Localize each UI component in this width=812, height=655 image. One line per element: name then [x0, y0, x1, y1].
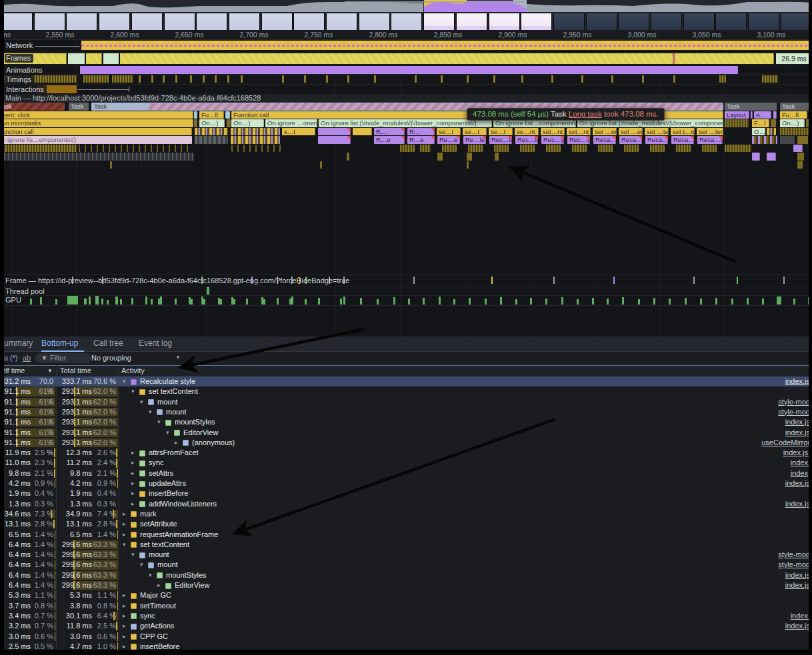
flame-segment-sliver[interactable]: [725, 145, 751, 153]
expander-closed-icon[interactable]: ▸: [123, 632, 126, 642]
filmstrip-thumbnail[interactable]: [229, 13, 260, 31]
flame-segment[interactable]: se…t: [437, 128, 461, 136]
frame-segment[interactable]: [68, 53, 85, 64]
flame-segment[interactable]: Task: [780, 103, 812, 111]
flame-segment-sliver[interactable]: [110, 161, 112, 169]
expander-open-icon[interactable]: ▾: [166, 428, 169, 438]
flame-segment-sliver[interactable]: [468, 145, 483, 153]
tooltip-long-task-link[interactable]: Long task: [569, 110, 602, 118]
flame-segment-sliver[interactable]: [773, 111, 777, 119]
flame-segment[interactable]: F…l: [752, 119, 769, 127]
col-self-time[interactable]: elf time: [1, 366, 25, 374]
flame-segment-sliver[interactable]: [797, 136, 808, 144]
flame-segment[interactable]: unction call: [0, 128, 192, 136]
table-row[interactable]: 3.4 ms0.7 %30.1 ms6.4 %▸syncindex.: [0, 611, 812, 621]
flame-segment[interactable]: A…: [754, 111, 771, 119]
main-thread-header[interactable]: Main — http://localhost:3000/projects/bd…: [0, 94, 812, 103]
filmstrip-thumbnail[interactable]: [715, 13, 747, 31]
flame-segment-sliver[interactable]: [467, 161, 469, 169]
animations-track-label[interactable]: Animations: [5, 66, 45, 75]
flame-segment-sliver[interactable]: [624, 145, 639, 153]
table-row[interactable]: 3.0 ms0.6 %3.0 ms0.6 %▸CPP GC: [0, 632, 812, 642]
table-row[interactable]: 291.1 ms61.6 %293.1 ms62.0 %▾set textCon…: [0, 386, 812, 396]
timings-track-label[interactable]: Timings: [5, 75, 34, 84]
flame-segment[interactable]: un microtasks: [0, 119, 193, 127]
timeline-minimap[interactable]: [0, 0, 812, 30]
flame-segment-sliver[interactable]: [195, 136, 228, 144]
source-link[interactable]: index.js: [785, 621, 810, 631]
flame-segment[interactable]: Rec…le: [515, 136, 538, 144]
flame-segment[interactable]: set …ent: [593, 128, 617, 136]
expander-closed-icon[interactable]: ▸: [157, 580, 161, 590]
expander-closed-icon[interactable]: ▸: [123, 611, 126, 621]
flame-segment-sliver[interactable]: [520, 145, 535, 153]
filmstrip-thumbnail[interactable]: [553, 13, 585, 31]
table-row[interactable]: 331.2 ms70.0 %333.7 ms70.6 %▾Recalculate…: [0, 376, 812, 386]
filmstrip-thumbnail[interactable]: [781, 13, 812, 31]
flame-segment-sliver[interactable]: [437, 153, 443, 161]
flame-segment-sliver[interactable]: [797, 153, 804, 161]
source-link[interactable]: style-mod: [778, 560, 810, 570]
filmstrip-thumbnail[interactable]: [618, 13, 649, 31]
flame-segment-sliver[interactable]: [797, 161, 803, 169]
expander-closed-icon[interactable]: ▸: [123, 601, 126, 611]
flame-segment[interactable]: Reca…yle: [619, 136, 642, 144]
table-row[interactable]: 291.1 ms61.6 %293.1 ms62.0 %▾EditorViewi…: [0, 428, 812, 438]
expander-open-icon[interactable]: ▾: [123, 376, 126, 386]
flame-segment[interactable]: Re…e: [437, 136, 460, 144]
flame-segment[interactable]: R…: [407, 128, 435, 136]
filmstrip-thumbnail[interactable]: [261, 13, 293, 31]
table-row[interactable]: 1.9 ms0.4 %1.9 ms0.4 %▸insertBefore: [0, 488, 812, 498]
filmstrip-thumbnail[interactable]: [651, 13, 682, 31]
table-row[interactable]: 1.3 ms0.3 %1.3 ms0.3 %▸addWindowListener…: [0, 499, 812, 509]
flame-segment-sliver[interactable]: [752, 153, 760, 161]
flame-segment[interactable]: Reca…yle: [593, 136, 616, 144]
expander-closed-icon[interactable]: ▸: [131, 499, 135, 509]
flame-segment-sliver[interactable]: [725, 119, 749, 127]
flame-segment-sliver[interactable]: [752, 136, 777, 144]
flame-segment[interactable]: R…: [374, 128, 405, 136]
expander-open-icon[interactable]: ▾: [131, 386, 135, 396]
flame-segment[interactable]: vent: click: [0, 111, 193, 119]
filmstrip-thumbnail[interactable]: [456, 13, 487, 31]
expander-closed-icon[interactable]: ▸: [123, 530, 126, 540]
tab-bottom-up[interactable]: Bottom-up: [41, 336, 84, 352]
flame-segment[interactable]: Rec…yle: [567, 136, 590, 144]
flame-segment[interactable]: Rec…yle: [541, 136, 564, 144]
flame-segment-sliver[interactable]: [780, 136, 795, 144]
flame-segment-sliver[interactable]: [194, 111, 197, 119]
flame-segment[interactable]: Reca…yle: [671, 136, 694, 144]
source-link[interactable]: useCodeMirror: [761, 438, 810, 448]
flame-segment-sliver[interactable]: [442, 145, 457, 153]
flame-segment-sliver[interactable]: [347, 153, 349, 161]
table-row[interactable]: 6.4 ms1.4 %299.6 ms63.3 %▾mountstyle-mod: [0, 560, 812, 570]
flame-segment-sliver[interactable]: [546, 145, 561, 153]
filmstrip-thumbnail[interactable]: [586, 13, 617, 31]
col-total-time[interactable]: Total time: [60, 366, 91, 374]
expander-open-icon[interactable]: ▾: [149, 407, 152, 417]
table-row[interactable]: 5.3 ms1.1 %5.3 ms1.1 %▸Major GC: [0, 590, 812, 600]
expander-open-icon[interactable]: ▾: [140, 560, 143, 570]
flame-segment-sliver[interactable]: [400, 145, 415, 153]
source-link[interactable]: index.js: [785, 376, 810, 386]
flame-segment-sliver[interactable]: [320, 161, 322, 169]
filmstrip-thumbnail[interactable]: [423, 13, 455, 31]
source-link[interactable]: index.js: [785, 417, 810, 427]
table-row[interactable]: 6.4 ms1.4 %299.6 ms63.3 %▸EditorViewinde…: [0, 580, 812, 590]
flame-segment-sliver[interactable]: [495, 153, 499, 161]
flame-segment[interactable]: se…t: [489, 128, 513, 136]
source-link[interactable]: index.js:: [783, 448, 810, 458]
flame-segment[interactable]: n ignore lis…omponents\/): [0, 136, 192, 144]
source-link[interactable]: index.: [791, 611, 810, 621]
expander-closed-icon[interactable]: ▸: [131, 468, 135, 478]
source-link[interactable]: index.js: [785, 478, 810, 488]
regex-icon[interactable]: (*): [10, 354, 18, 362]
flame-segment-sliver[interactable]: [194, 119, 197, 127]
frame-segment[interactable]: [120, 53, 673, 64]
source-link[interactable]: style-mod: [778, 397, 810, 407]
tab-ummary[interactable]: ummary: [4, 336, 36, 350]
flame-segment-sliver[interactable]: [225, 111, 230, 119]
flame-segment-sliver[interactable]: [793, 145, 803, 153]
filmstrip-thumbnail[interactable]: [196, 13, 227, 31]
flame-segment-sliver[interactable]: [0, 145, 77, 153]
